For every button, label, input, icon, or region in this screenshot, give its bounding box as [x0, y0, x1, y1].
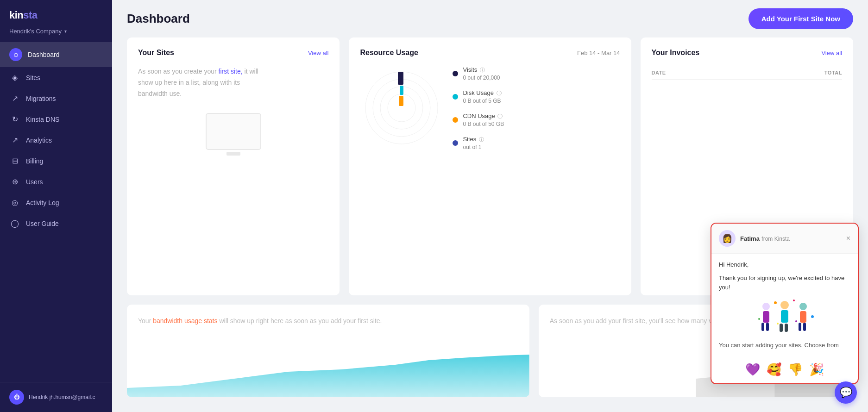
bandwidth-card: Your bandwidth usage stats will show up …	[127, 305, 529, 397]
resource-usage-card: Resource Usage Feb 14 - Mar 14	[349, 37, 631, 295]
company-selector[interactable]: Hendrik's Company ▾	[0, 26, 112, 42]
donut-svg	[360, 66, 443, 150]
user-info: Hendrik jh.humsn@gmail.c	[29, 394, 95, 400]
user-guide-icon: ◯	[9, 219, 20, 228]
first-site-link[interactable]: first site,	[219, 68, 243, 75]
monitor-icon	[206, 113, 261, 150]
sidebar-item-dashboard[interactable]: ⊙ Dashboard	[0, 42, 112, 67]
your-sites-view-all[interactable]: View all	[308, 50, 329, 56]
sidebar-item-label: Sites	[26, 74, 40, 81]
chat-sender-name: Fatima	[740, 235, 760, 242]
chat-bubble-icon: 💬	[840, 387, 852, 399]
resource-usage-title: Resource Usage	[360, 49, 418, 57]
sidebar-item-users[interactable]: ⊕ Users	[0, 171, 112, 192]
chat-illustration	[719, 298, 850, 335]
svg-point-24	[758, 318, 760, 320]
visits-info-icon[interactable]: ⓘ	[480, 67, 485, 73]
activity-log-icon: ◎	[9, 198, 20, 207]
kinsta-dns-icon: ↻	[9, 115, 20, 124]
chat-message: Thank you for signing up, we're excited …	[719, 274, 850, 293]
sidebar-item-label: Analytics	[26, 137, 52, 144]
chat-reactions: 💜 🥰 👎 🎉	[711, 362, 858, 383]
user-name: Hendrik	[29, 394, 48, 400]
svg-rect-17	[785, 324, 788, 332]
svg-rect-4	[398, 72, 403, 85]
sidebar-item-sites[interactable]: ◈ Sites	[0, 67, 112, 88]
your-sites-card: Your Sites View all As soon as you creat…	[127, 37, 340, 295]
svg-rect-16	[780, 324, 783, 332]
legend-cdn: CDN Usage ⓘ 0 B out of 50 GB	[453, 112, 620, 127]
sidebar-item-billing[interactable]: ⊟ Billing	[0, 150, 112, 171]
chevron-down-icon: ▾	[64, 29, 67, 34]
chat-sender-from: from Kinsta	[761, 236, 790, 242]
disk-dot	[453, 94, 458, 100]
sidebar-item-activity-log[interactable]: ◎ Activity Log	[0, 192, 112, 213]
sidebar-item-label: Migrations	[26, 95, 56, 102]
bandwidth-chart-area	[127, 351, 529, 397]
bandwidth-chart-svg	[127, 351, 529, 397]
sidebar-item-user-guide[interactable]: ◯ User Guide	[0, 213, 112, 234]
chat-cta: You can start adding your sites. Choose …	[719, 341, 850, 350]
svg-point-27	[795, 320, 797, 322]
logo-text: kinsta	[9, 9, 38, 21]
sidebar-item-migrations[interactable]: ↗ Migrations	[0, 88, 112, 109]
your-sites-title: Your Sites	[138, 49, 174, 57]
chat-avatar: 👩	[719, 230, 736, 247]
empty-monitor-placeholder	[138, 113, 328, 150]
legend-disk: Disk Usage ⓘ 0 B out of 5 GB	[453, 89, 620, 104]
svg-rect-12	[761, 323, 764, 331]
svg-rect-20	[799, 323, 801, 331]
sidebar-logo: kinsta	[0, 0, 112, 26]
svg-marker-7	[127, 355, 529, 397]
avatar: ⏻	[9, 390, 24, 405]
cdn-info-icon[interactable]: ⓘ	[497, 113, 503, 119]
svg-rect-13	[766, 323, 769, 331]
sidebar-nav: ⊙ Dashboard ◈ Sites ↗ Migrations ↻ Kinst…	[0, 42, 112, 234]
sidebar-item-label: Kinsta DNS	[26, 116, 59, 123]
sidebar-item-analytics[interactable]: ↗ Analytics	[0, 130, 112, 150]
sidebar-user-row[interactable]: ⏻ Hendrik jh.humsn@gmail.c	[0, 382, 112, 412]
users-icon: ⊕	[9, 177, 20, 186]
svg-point-10	[762, 303, 770, 310]
your-sites-header: Your Sites View all	[138, 49, 328, 57]
company-name: Hendrik's Company	[9, 28, 62, 35]
resource-legend: Visits ⓘ 0 out of 20,000 Disk Usage	[453, 66, 620, 159]
legend-visits: Visits ⓘ 0 out of 20,000	[453, 66, 620, 81]
svg-point-18	[799, 303, 807, 310]
reaction-thumbsdown[interactable]: 👎	[788, 362, 803, 377]
close-icon[interactable]: ×	[846, 234, 850, 243]
invoice-date-col: DATE	[652, 70, 666, 75]
sites-icon: ◈	[9, 73, 20, 82]
resource-usage-header: Resource Usage Feb 14 - Mar 14	[360, 49, 620, 57]
svg-rect-15	[781, 310, 788, 323]
chat-popup: 👩 Fatima from Kinsta × Hi Hendrik, Thank…	[711, 223, 859, 384]
donut-chart	[360, 66, 443, 150]
bandwidth-link[interactable]: bandwidth usage stats	[153, 317, 217, 325]
page-title: Dashboard	[127, 12, 190, 26]
invoices-header: Your Invoices View all	[652, 49, 842, 57]
sidebar-item-label: Activity Log	[26, 199, 59, 206]
sidebar-item-label: Dashboard	[28, 51, 60, 58]
legend-sites: Sites ⓘ out of 1	[453, 136, 620, 150]
svg-rect-21	[803, 323, 806, 331]
invoices-view-all[interactable]: View all	[821, 50, 842, 56]
dashboard-icon: ⊙	[9, 48, 22, 61]
sidebar-item-kinsta-dns[interactable]: ↻ Kinsta DNS	[0, 109, 112, 130]
migrations-icon: ↗	[9, 94, 20, 103]
chat-greeting: Hi Hendrik,	[719, 260, 850, 270]
invoice-total-col: TOTAL	[824, 70, 842, 75]
add-site-button[interactable]: Add Your First Site Now	[748, 8, 853, 29]
reaction-love[interactable]: 🥰	[767, 362, 781, 377]
svg-rect-11	[763, 311, 769, 323]
svg-rect-19	[800, 311, 806, 323]
sites-info-icon[interactable]: ⓘ	[479, 137, 484, 142]
bandwidth-empty-text: Your bandwidth usage stats will show up …	[138, 316, 518, 327]
reaction-party[interactable]: 🎉	[809, 362, 824, 377]
svg-point-14	[780, 301, 789, 309]
disk-info-icon[interactable]: ⓘ	[497, 90, 502, 96]
reaction-heart[interactable]: 💜	[745, 362, 760, 377]
chat-bubble[interactable]: 💬	[835, 381, 857, 404]
svg-point-22	[774, 301, 777, 304]
chat-body: Hi Hendrik, Thank you for signing up, we…	[711, 254, 858, 362]
visits-dot	[453, 71, 458, 76]
